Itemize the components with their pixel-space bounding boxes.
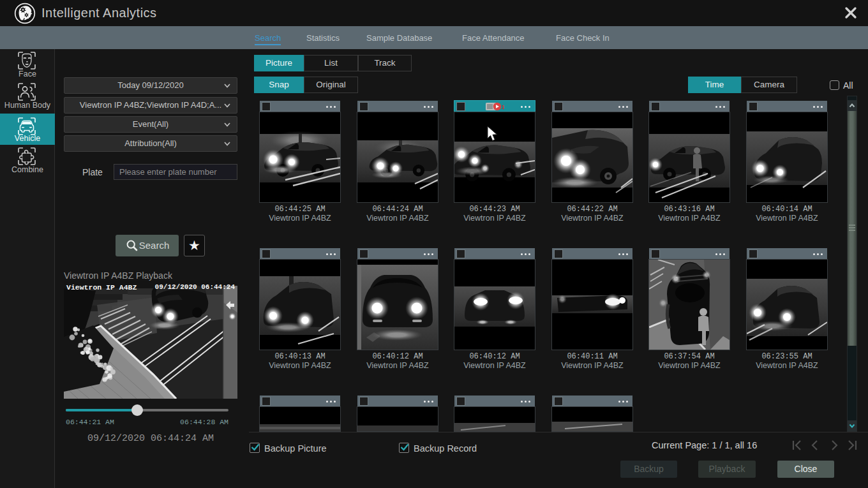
svg-text:1: 1 bbox=[502, 104, 504, 110]
svg-text:Viewtron IP A4BZ: Viewtron IP A4BZ bbox=[66, 283, 137, 292]
svg-text:09/12/2020 06:44:24: 09/12/2020 06:44:24 bbox=[155, 283, 236, 291]
